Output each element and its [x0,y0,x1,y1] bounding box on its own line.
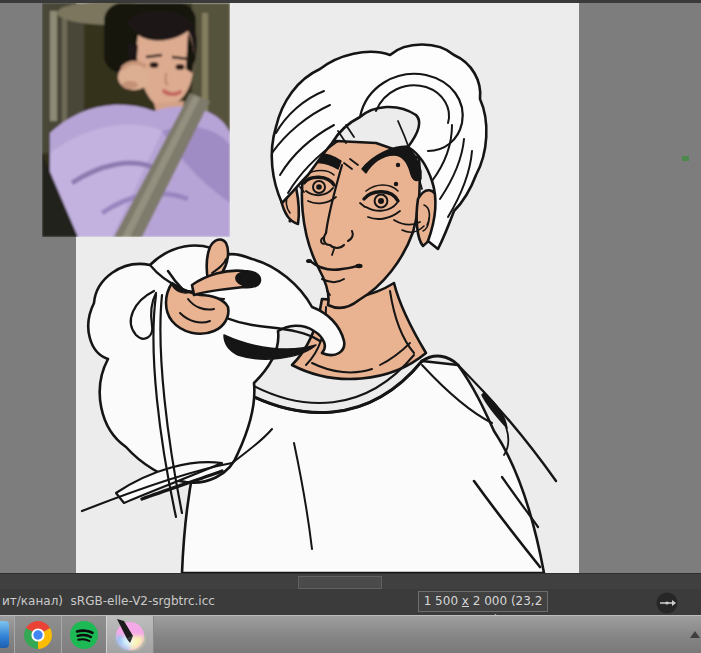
green-marker-speck [682,156,689,161]
chrome-icon [23,620,53,650]
tray-expand-arrow-icon[interactable] [690,631,700,638]
krita-icon [114,619,146,651]
blue-app-icon[interactable] [0,621,9,648]
window-top-edge [0,0,701,3]
canvas-pan-dial-icon[interactable] [656,592,678,614]
image-size-indicator[interactable]: 1 500 x 2 000 (23,2 МиБ) [418,591,548,612]
krita-application-window: ит/канал) sRGB-elle-V2-srgbtrc.icc 1 500… [0,0,701,653]
color-profile-label: ит/канал) sRGB-elle-V2-srgbtrc.icc [2,594,215,608]
status-bar: ит/канал) sRGB-elle-V2-srgbtrc.icc 1 500… [0,589,701,615]
reference-photo-layer [42,3,230,237]
scrollbar-handle[interactable] [298,576,382,589]
reference-photo [42,3,230,237]
taskbar-button-krita[interactable] [106,616,154,653]
horizontal-scrollbar[interactable] [0,573,701,590]
taskbar-button-chrome[interactable] [14,616,62,653]
taskbar [0,615,701,653]
spotify-icon [69,620,99,650]
taskbar-button-spotify[interactable] [61,616,107,653]
